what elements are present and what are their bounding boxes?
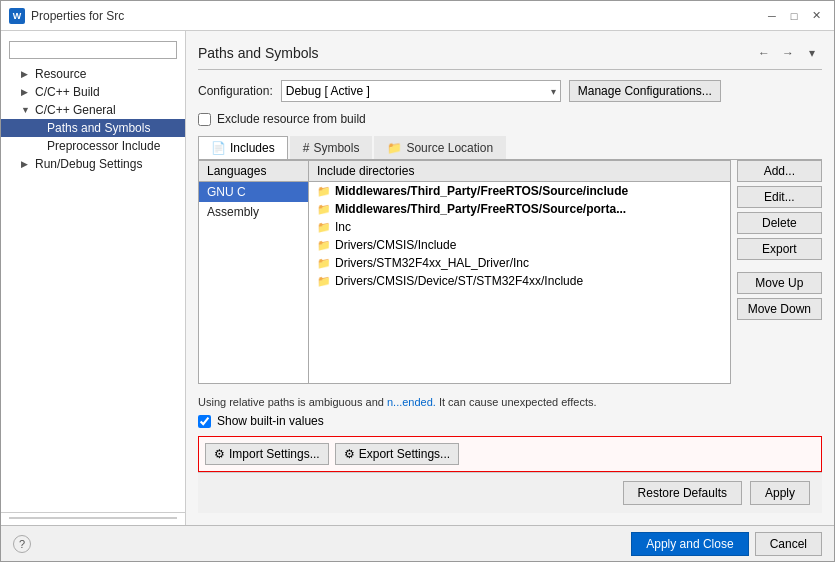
dropdown-arrow-icon: ▾ <box>551 86 556 97</box>
restore-button[interactable]: □ <box>784 6 804 26</box>
move-up-button[interactable]: Move Up <box>737 272 822 294</box>
window-body: ▶ Resource ▶ C/C++ Build ▼ C/C++ General… <box>1 31 834 525</box>
sidebar-item-resource[interactable]: ▶ Resource <box>1 65 185 83</box>
tab-source-location[interactable]: 📁 Source Location <box>374 136 506 159</box>
expander-icon: ▶ <box>21 159 33 169</box>
config-value: Debug [ Active ] <box>286 84 370 98</box>
export-settings-button[interactable]: ⚙ Export Settings... <box>335 443 459 465</box>
languages-header: Languages <box>199 161 308 182</box>
tab-source-label: Source Location <box>406 141 493 155</box>
manage-configurations-button[interactable]: Manage Configurations... <box>569 80 721 102</box>
nav-back-button[interactable]: ← <box>754 43 774 63</box>
dir-path: Inc <box>335 220 351 234</box>
import-settings-button[interactable]: ⚙ Import Settings... <box>205 443 329 465</box>
tab-includes-icon: 📄 <box>211 141 226 155</box>
close-button[interactable]: ✕ <box>806 6 826 26</box>
tab-source-icon: 📁 <box>387 141 402 155</box>
apply-button[interactable]: Apply <box>750 481 810 505</box>
dir-item[interactable]: 📁 Inc <box>309 218 730 236</box>
warning-main: Using relative paths is ambiguous and <box>198 396 387 408</box>
show-built-checkbox[interactable] <box>198 415 211 428</box>
config-dropdown[interactable]: Debug [ Active ] ▾ <box>281 80 561 102</box>
includes-table: Languages GNU C Assembly Include directo… <box>198 160 731 384</box>
dir-item[interactable]: 📁 Middlewares/Third_Party/FreeRTOS/Sourc… <box>309 182 730 200</box>
help-icon[interactable]: ? <box>13 535 31 553</box>
dir-icon: 📁 <box>317 257 331 270</box>
apply-and-close-button[interactable]: Apply and Close <box>631 532 748 556</box>
import-export-row: ⚙ Import Settings... ⚙ Export Settings..… <box>198 436 822 472</box>
sidebar-item-rundebug[interactable]: ▶ Run/Debug Settings <box>1 155 185 173</box>
tabs-bar: 📄 Includes # Symbols 📁 Source Location <box>198 136 822 160</box>
directories-header: Include directories <box>309 161 730 182</box>
configuration-row: Configuration: Debug [ Active ] ▾ Manage… <box>198 80 822 102</box>
move-down-button[interactable]: Move Down <box>737 298 822 320</box>
lang-item-assembly[interactable]: Assembly <box>199 202 308 222</box>
bottom-action-bar: Restore Defaults Apply <box>198 472 822 513</box>
sidebar-item-label: Paths and Symbols <box>47 121 177 135</box>
restore-defaults-button[interactable]: Restore Defaults <box>623 481 742 505</box>
minimize-button[interactable]: ─ <box>762 6 782 26</box>
sidebar-item-preprocessor[interactable]: Preprocessor Include <box>1 137 185 155</box>
delete-button[interactable]: Delete <box>737 212 822 234</box>
sidebar-item-label: Preprocessor Include <box>47 139 177 153</box>
exclude-label: Exclude resource from build <box>217 112 366 126</box>
directories-column: Include directories 📁 Middlewares/Third_… <box>309 161 730 383</box>
dir-item[interactable]: 📁 Drivers/STM32F4xx_HAL_Driver/Inc <box>309 254 730 272</box>
dir-item[interactable]: 📁 Drivers/CMSIS/Include <box>309 236 730 254</box>
app-icon: W <box>9 8 25 24</box>
sidebar-item-paths-symbols[interactable]: Paths and Symbols <box>1 119 185 137</box>
export-button[interactable]: Export <box>737 238 822 260</box>
export-icon: ⚙ <box>344 447 355 461</box>
directories-list[interactable]: 📁 Middlewares/Third_Party/FreeRTOS/Sourc… <box>309 182 730 290</box>
sidebar-item-label: C/C++ Build <box>35 85 177 99</box>
sidebar-item-label: Run/Debug Settings <box>35 157 177 171</box>
sidebar-item-cppgeneral[interactable]: ▼ C/C++ General <box>1 101 185 119</box>
tab-symbols-icon: # <box>303 141 310 155</box>
dir-path: Middlewares/Third_Party/FreeRTOS/Source/… <box>335 202 626 216</box>
main-window: W Properties for Src ─ □ ✕ ▶ Resource ▶ … <box>0 0 835 562</box>
sidebar-expand-area[interactable] <box>1 512 185 521</box>
table-wrapper: Languages GNU C Assembly Include directo… <box>198 160 731 390</box>
dir-item[interactable]: 📁 Drivers/CMSIS/Device/ST/STM32F4xx/Incl… <box>309 272 730 290</box>
expander-icon: ▶ <box>21 87 33 97</box>
dir-path: Drivers/CMSIS/Include <box>335 238 456 252</box>
table-section: Languages GNU C Assembly Include directo… <box>198 160 822 390</box>
footer-right: Apply and Close Cancel <box>631 532 822 556</box>
panel-navigation: ← → ▾ <box>754 43 822 63</box>
tab-includes-label: Includes <box>230 141 275 155</box>
nav-dropdown-button[interactable]: ▾ <box>802 43 822 63</box>
import-label: Import Settings... <box>229 447 320 461</box>
warning-link[interactable]: n...ended. <box>387 396 436 408</box>
sidebar-item-cppbuild[interactable]: ▶ C/C++ Build <box>1 83 185 101</box>
title-bar-left: W Properties for Src <box>9 8 124 24</box>
sidebar-item-label: Resource <box>35 67 177 81</box>
exclude-checkbox[interactable] <box>198 113 211 126</box>
warning-message: Using relative paths is ambiguous and n.… <box>198 396 822 408</box>
dir-item[interactable]: 📁 Middlewares/Third_Party/FreeRTOS/Sourc… <box>309 200 730 218</box>
tab-symbols-label: Symbols <box>313 141 359 155</box>
dir-path: Middlewares/Third_Party/FreeRTOS/Source/… <box>335 184 628 198</box>
expander-icon: ▼ <box>21 105 33 115</box>
languages-column: Languages GNU C Assembly <box>199 161 309 383</box>
lang-item-gnuc[interactable]: GNU C <box>199 182 308 202</box>
cancel-button[interactable]: Cancel <box>755 532 822 556</box>
dir-path: Drivers/STM32F4xx_HAL_Driver/Inc <box>335 256 529 270</box>
tab-includes[interactable]: 📄 Includes <box>198 136 288 159</box>
sidebar: ▶ Resource ▶ C/C++ Build ▼ C/C++ General… <box>1 31 186 525</box>
exclude-checkbox-row: Exclude resource from build <box>198 112 822 126</box>
add-button[interactable]: Add... <box>737 160 822 182</box>
nav-forward-button[interactable]: → <box>778 43 798 63</box>
dir-icon: 📁 <box>317 203 331 216</box>
side-buttons-panel: Add... Edit... Delete Export Move Up Mov… <box>737 160 822 390</box>
sidebar-search-area <box>1 35 185 65</box>
dialog-footer: ? Apply and Close Cancel <box>1 525 834 561</box>
export-label: Export Settings... <box>359 447 450 461</box>
tab-symbols[interactable]: # Symbols <box>290 136 373 159</box>
sidebar-search-input[interactable] <box>9 41 177 59</box>
edit-button[interactable]: Edit... <box>737 186 822 208</box>
window-title: Properties for Src <box>31 9 124 23</box>
show-built-label: Show built-in values <box>217 414 324 428</box>
dir-path: Drivers/CMSIS/Device/ST/STM32F4xx/Includ… <box>335 274 583 288</box>
panel-header: Paths and Symbols ← → ▾ <box>198 43 822 70</box>
footer-left: ? <box>13 535 31 553</box>
